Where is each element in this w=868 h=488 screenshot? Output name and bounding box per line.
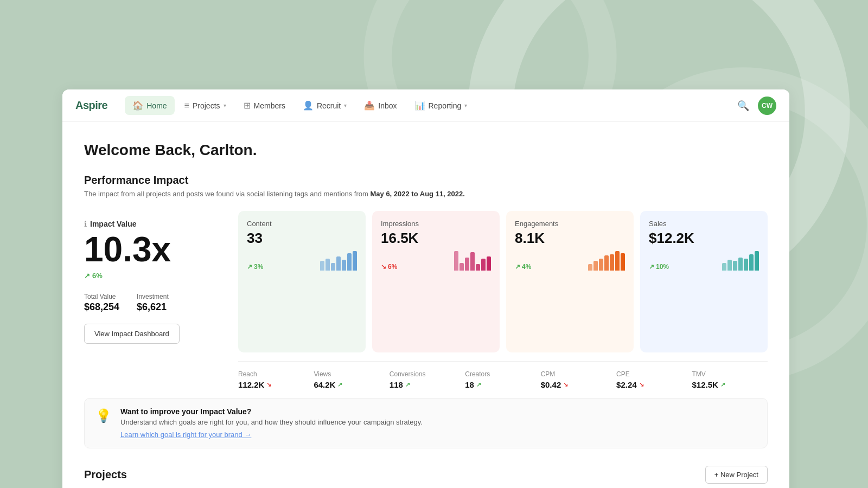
search-button[interactable]: 🔍 xyxy=(737,100,749,112)
stat-label: Conversions xyxy=(390,370,456,378)
total-value: $68,254 xyxy=(84,301,119,313)
page-content: Welcome Back, Carlton. Performance Impac… xyxy=(62,122,789,488)
stat-item-cpe: CPE $2.24 ↘ xyxy=(616,370,692,389)
nav-item-projects[interactable]: ≡ Projects ▾ xyxy=(177,97,234,115)
mini-chart-sales xyxy=(722,251,759,271)
metric-trend-content: ↗ 3% xyxy=(247,263,263,271)
nav-label-recruit: Recruit xyxy=(317,101,341,110)
tip-link[interactable]: Learn which goal is right for your brand… xyxy=(120,431,251,439)
metric-label-content: Content xyxy=(247,220,357,228)
metric-label-sales: Sales xyxy=(649,220,759,228)
trend-icon-content: ↗ xyxy=(247,263,252,271)
stat-value: 112.2K ↘ xyxy=(238,380,305,389)
totals-row: Total Value $68,254 Investment $6,621 xyxy=(84,293,225,313)
chevron-down-icon: ▾ xyxy=(224,102,226,108)
perf-desc: The impact from all projects and posts w… xyxy=(84,190,768,198)
metric-footer-content: ↗ 3% xyxy=(247,251,357,271)
user-avatar[interactable]: CW xyxy=(758,97,776,115)
recruit-icon: 👤 xyxy=(303,100,314,111)
metric-label-impressions: Impressions xyxy=(381,220,491,228)
metric-value-content: 33 xyxy=(247,230,357,247)
stat-label: Reach xyxy=(238,370,305,378)
nav-label-home: Home xyxy=(146,101,167,110)
investment-value: $6,621 xyxy=(137,301,169,313)
trend-up-icon: ↗ xyxy=(84,272,90,280)
stat-arrow: ↗ xyxy=(720,381,725,388)
mini-chart-engagements xyxy=(588,251,625,271)
metric-card-content: Content 33 ↗ 3% xyxy=(238,211,366,352)
stat-arrow: ↗ xyxy=(337,381,342,388)
metric-trend-impressions: ↘ 6% xyxy=(381,263,397,271)
nav-item-recruit[interactable]: 👤 Recruit ▾ xyxy=(295,96,354,115)
stat-item-views: Views 64.2K ↗ xyxy=(314,370,389,389)
nav-label-reporting: Reporting xyxy=(429,101,462,110)
nav-label-projects: Projects xyxy=(193,101,220,110)
stat-arrow: ↘ xyxy=(639,381,644,388)
metric-trend-engagements: ↗ 4% xyxy=(515,263,531,271)
nav-label-members: Members xyxy=(254,101,285,110)
perf-title: Performance Impact xyxy=(84,174,768,187)
stat-arrow: ↗ xyxy=(476,381,481,388)
stat-arrow: ↗ xyxy=(405,381,410,388)
projects-header: Projects + New Project xyxy=(84,466,768,484)
stat-value: $2.24 ↘ xyxy=(616,380,683,389)
stat-label: Views xyxy=(314,370,380,378)
nav-item-reporting[interactable]: 📊 Reporting ▾ xyxy=(407,96,475,115)
metric-footer-engagements: ↗ 4% xyxy=(515,251,625,271)
stat-item-creators: Creators 18 ↗ xyxy=(465,370,540,389)
view-impact-button[interactable]: View Impact Dashboard xyxy=(84,324,180,344)
stats-section: Reach 112.2K ↘ Views 64.2K ↗ Conversions… xyxy=(238,361,768,389)
stat-arrow: ↘ xyxy=(266,381,271,388)
trend-icon-impressions: ↘ xyxy=(381,263,386,271)
investment-label: Investment xyxy=(137,293,169,300)
main-container: Aspire 🏠 Home ≡ Projects ▾ ⊞ Members 👤 R… xyxy=(62,89,789,488)
stat-label: CPE xyxy=(616,370,683,378)
projects-icon: ≡ xyxy=(184,101,189,111)
metric-footer-impressions: ↘ 6% xyxy=(381,251,491,271)
impact-value: 10.3x xyxy=(84,230,225,268)
metric-card-engagements: Engagements 8.1K ↗ 4% xyxy=(506,211,634,352)
impact-card: ℹ Impact Value 10.3x ↗ 6% Total Value $6… xyxy=(84,211,225,352)
nav-bar: Aspire 🏠 Home ≡ Projects ▾ ⊞ Members 👤 R… xyxy=(62,89,789,122)
metric-footer-sales: ↗ 10% xyxy=(649,251,759,271)
perf-layout: ℹ Impact Value 10.3x ↗ 6% Total Value $6… xyxy=(84,211,768,352)
trend-icon-engagements: ↗ xyxy=(515,263,520,271)
stats-row: Reach 112.2K ↘ Views 64.2K ↗ Conversions… xyxy=(238,361,768,389)
stat-value: 64.2K ↗ xyxy=(314,380,380,389)
stat-label: Creators xyxy=(465,370,532,378)
nav-item-members[interactable]: ⊞ Members xyxy=(236,96,293,115)
stat-value: 118 ↗ xyxy=(390,380,456,389)
metric-value-impressions: 16.5K xyxy=(381,230,491,247)
app-logo: Aspire xyxy=(75,99,107,112)
chevron-down-icon-2: ▾ xyxy=(344,102,347,108)
inbox-icon: 📥 xyxy=(364,100,375,111)
stat-label: TMV xyxy=(692,370,759,378)
trend-icon-sales: ↗ xyxy=(649,263,654,271)
impact-label: Impact Value xyxy=(90,220,137,228)
nav-items: 🏠 Home ≡ Projects ▾ ⊞ Members 👤 Recruit … xyxy=(125,96,737,115)
nav-label-inbox: Inbox xyxy=(378,101,397,110)
members-icon: ⊞ xyxy=(244,100,251,111)
tip-content: Want to improve your Impact Value? Under… xyxy=(120,407,423,439)
impact-trend: ↗ 6% xyxy=(84,272,225,280)
metric-card-sales: Sales $12.2K ↗ 10% xyxy=(640,211,768,352)
tip-card: 💡 Want to improve your Impact Value? Und… xyxy=(84,398,768,448)
stat-value: $12.5K ↗ xyxy=(692,380,759,389)
stat-value: $0.42 ↘ xyxy=(541,380,608,389)
nav-item-home[interactable]: 🏠 Home xyxy=(125,96,174,115)
total-value-label: Total Value xyxy=(84,293,119,300)
stat-item-cpm: CPM $0.42 ↘ xyxy=(541,370,616,389)
tip-desc: Understand which goals are right for you… xyxy=(120,418,423,426)
stat-label: CPM xyxy=(541,370,608,378)
nav-item-inbox[interactable]: 📥 Inbox xyxy=(356,96,404,115)
lightbulb-icon: 💡 xyxy=(95,408,112,423)
investment-item: Investment $6,621 xyxy=(137,293,169,313)
new-project-button[interactable]: + New Project xyxy=(705,466,768,484)
stat-arrow: ↘ xyxy=(563,381,568,388)
impact-info-row: ℹ Impact Value xyxy=(84,220,225,228)
tip-title: Want to improve your Impact Value? xyxy=(120,407,423,416)
nav-right: 🔍 CW xyxy=(737,97,776,115)
metric-value-engagements: 8.1K xyxy=(515,230,625,247)
reporting-icon: 📊 xyxy=(414,100,425,111)
chevron-down-icon-3: ▾ xyxy=(464,102,467,108)
